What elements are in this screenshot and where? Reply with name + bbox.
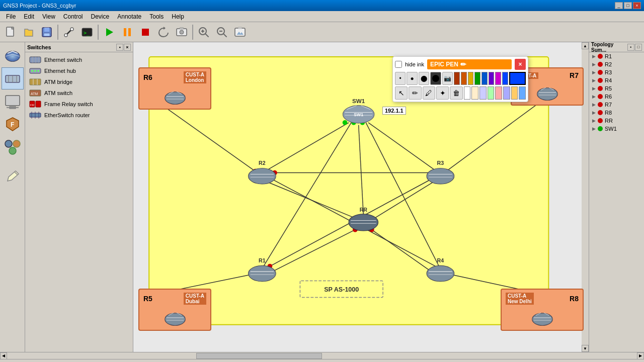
- dot-small-button[interactable]: •: [395, 72, 406, 85]
- scroll-down-button[interactable]: ▼: [582, 345, 589, 352]
- topo-item-r1[interactable]: ▶ R1: [589, 52, 644, 60]
- console-button[interactable]: >_: [78, 24, 96, 41]
- menu-file[interactable]: File: [2, 12, 20, 21]
- topo-item-sw1[interactable]: ▶ SW1: [589, 125, 644, 133]
- scroll-left-button[interactable]: ◀: [0, 352, 7, 359]
- etherswitch-router-item[interactable]: EtherSwitch router: [25, 110, 133, 121]
- menu-device[interactable]: Device: [87, 12, 114, 21]
- svg-point-102: [427, 168, 454, 184]
- stop-button[interactable]: [137, 24, 154, 41]
- sidebar-alldevices-icon[interactable]: [2, 137, 24, 159]
- svg-text:F: F: [11, 121, 14, 128]
- color-swatch-7[interactable]: [495, 72, 501, 85]
- sidebar-endsystems-icon[interactable]: [2, 90, 24, 113]
- color-swatch-lightgreen[interactable]: [488, 86, 495, 100]
- color-swatch-4[interactable]: [474, 72, 480, 85]
- eraser-tool-button[interactable]: ✦: [436, 86, 449, 100]
- color-swatch-5[interactable]: [481, 72, 488, 85]
- minimize-button[interactable]: _: [615, 2, 623, 9]
- color-swatch-selected[interactable]: [502, 72, 508, 85]
- highlighter-tool-button[interactable]: 🖊: [423, 86, 435, 100]
- cust-a-newdelhi-box[interactable]: CUST-ANew Delhi R8: [501, 289, 584, 331]
- topo-item-r7[interactable]: ▶ R7: [589, 101, 644, 109]
- epic-pen-close-button[interactable]: ×: [515, 59, 526, 70]
- horizontal-scrollbar[interactable]: ◀ ▶: [0, 352, 644, 359]
- dot-xlarge-button[interactable]: [430, 72, 441, 85]
- save-button[interactable]: [38, 24, 55, 41]
- topo-item-r6[interactable]: ▶ R6: [589, 93, 644, 101]
- frame-relay-switch-item[interactable]: FR Frame Relay switch: [25, 99, 133, 110]
- epic-pen-title: EPIC PEN ✏: [427, 59, 512, 69]
- atm-bridge-label: ATM bridge: [44, 79, 72, 85]
- menu-annotate[interactable]: Annotate: [113, 12, 145, 21]
- separator-2: [98, 25, 99, 40]
- cust-a-dubai-box[interactable]: R5 CUST-ADubai: [138, 289, 211, 331]
- pointer-tool-button[interactable]: ↖: [395, 86, 408, 100]
- atm-bridge-item[interactable]: ATM bridge: [25, 76, 133, 87]
- trash-tool-button[interactable]: 🗑: [450, 86, 462, 100]
- sidebar-securitydevices-icon[interactable]: F: [2, 114, 24, 136]
- zoom-out-button[interactable]: [213, 24, 230, 41]
- topo-item-r8[interactable]: ▶ R8: [589, 109, 644, 117]
- screenshot-button[interactable]: [231, 24, 249, 41]
- epic-pen-toolbar[interactable]: hide ink EPIC PEN ✏ × • ● ⬤ 📷: [392, 56, 528, 102]
- color-swatch-1[interactable]: [454, 72, 460, 85]
- dot-medium-button[interactable]: ●: [407, 72, 417, 85]
- ethernet-switch-item[interactable]: Ethernet switch: [25, 54, 133, 65]
- pen-tool-button[interactable]: ✏: [409, 86, 421, 100]
- sidebar-annotations-icon[interactable]: [2, 165, 24, 187]
- sidebar-switches-icon[interactable]: [2, 67, 24, 89]
- scroll-up-button[interactable]: ▲: [582, 42, 589, 49]
- topo-item-r3[interactable]: ▶ R3: [589, 68, 644, 76]
- open-button[interactable]: [20, 24, 37, 41]
- close-button[interactable]: ×: [633, 2, 641, 9]
- color-swatch-cream[interactable]: [471, 86, 478, 100]
- color-swatch-white[interactable]: [464, 86, 471, 100]
- topo-r3-label: R3: [605, 69, 612, 75]
- start-button[interactable]: [101, 24, 118, 41]
- new-button[interactable]: [2, 24, 19, 41]
- color-swatch-2[interactable]: [461, 72, 467, 85]
- pause-button[interactable]: [119, 24, 136, 41]
- topo-item-r5[interactable]: ▶ R5: [589, 84, 644, 93]
- cust-a-london-box[interactable]: R6 CUST-ALondon: [138, 67, 211, 110]
- menu-edit[interactable]: Edit: [20, 12, 38, 21]
- scroll-thumb[interactable]: [196, 353, 322, 359]
- color-swatch-periwinkle[interactable]: [503, 86, 510, 100]
- topo-item-r4[interactable]: ▶ R4: [589, 76, 644, 84]
- svg-point-108: [349, 214, 378, 231]
- menu-control[interactable]: Control: [59, 12, 87, 21]
- current-color-display[interactable]: [509, 72, 526, 85]
- color-swatch-pink[interactable]: [495, 86, 502, 100]
- add-link-button[interactable]: [60, 24, 77, 41]
- color-swatch-gold[interactable]: [511, 86, 518, 100]
- menu-view[interactable]: View: [38, 12, 59, 21]
- scroll-right-button[interactable]: ▶: [637, 352, 644, 359]
- snapshot-button[interactable]: [173, 24, 190, 41]
- sidebar-routers-icon[interactable]: [2, 44, 24, 66]
- color-swatch-6[interactable]: [489, 72, 495, 85]
- color-swatch-3[interactable]: [468, 72, 474, 85]
- panel-close-button[interactable]: ×: [124, 44, 131, 51]
- zoom-in-button[interactable]: [195, 24, 212, 41]
- dot-large-button[interactable]: ⬤: [419, 72, 429, 85]
- menu-tools[interactable]: Tools: [145, 12, 168, 21]
- menu-help[interactable]: Help: [168, 12, 188, 21]
- reload-button[interactable]: [155, 24, 172, 41]
- atm-switch-item[interactable]: ATM ATM switch: [25, 87, 133, 99]
- topo-item-r2[interactable]: ▶ R2: [589, 60, 644, 68]
- svg-line-68: [270, 177, 434, 266]
- workspace[interactable]: SP AS-1000: [133, 42, 589, 352]
- topo-expand-button[interactable]: □: [635, 44, 642, 51]
- svg-marker-12: [164, 27, 166, 30]
- ethernet-hub-item[interactable]: Ethernet hub: [25, 65, 133, 76]
- hide-ink-checkbox[interactable]: [395, 61, 402, 68]
- color-swatch-lavender[interactable]: [479, 86, 487, 100]
- panel-float-button[interactable]: ▪: [116, 44, 123, 51]
- camera-button[interactable]: 📷: [442, 72, 453, 85]
- maximize-button[interactable]: □: [624, 2, 632, 9]
- color-swatch-lightblue[interactable]: [519, 86, 526, 100]
- topo-r2-label: R2: [605, 61, 612, 67]
- topo-float-button[interactable]: ▪: [627, 44, 634, 51]
- topo-item-rr[interactable]: ▶ RR: [589, 117, 644, 125]
